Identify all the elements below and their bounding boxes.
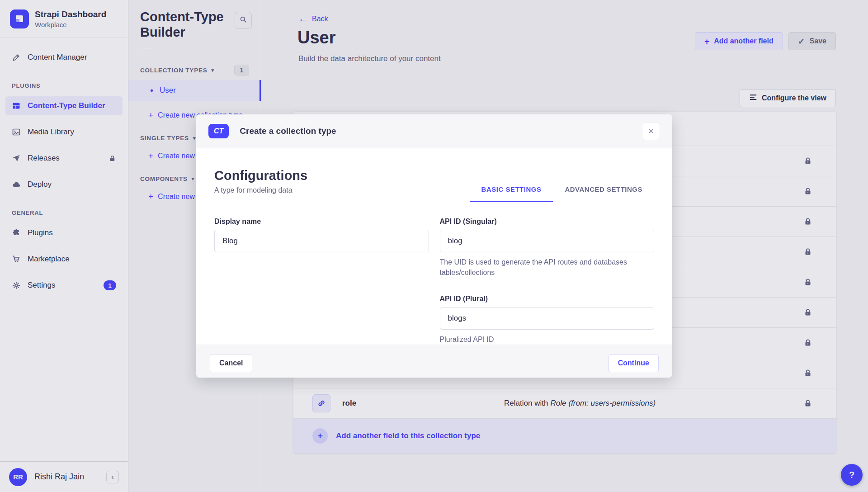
close-icon: ✕ <box>648 127 654 136</box>
tab-basic-settings[interactable]: BASIC SETTINGS <box>470 185 553 202</box>
modal-title: Create a collection type <box>240 126 336 136</box>
button-label: Cancel <box>219 359 243 367</box>
api-id-plural-input[interactable] <box>440 307 655 330</box>
api-id-singular-label: API ID (Singular) <box>440 218 655 226</box>
create-collection-type-modal: CT Create a collection type ✕ Configurat… <box>196 114 672 378</box>
configurations-heading: Configurations <box>214 168 307 183</box>
api-id-singular-helper: The UID is used to generate the API rout… <box>440 257 655 278</box>
configurations-header: Configurations A type for modeling data … <box>214 168 654 202</box>
cancel-button[interactable]: Cancel <box>210 354 252 372</box>
collection-type-form: Display name API ID (Singular) The UID i… <box>214 218 654 345</box>
modal-footer: Cancel Continue <box>196 345 672 378</box>
modal-header: CT Create a collection type ✕ <box>196 114 672 148</box>
display-name-input[interactable] <box>214 230 429 252</box>
display-name-label: Display name <box>214 218 429 226</box>
button-label: Continue <box>618 359 649 367</box>
tab-advanced-settings[interactable]: ADVANCED SETTINGS <box>553 185 654 202</box>
continue-button[interactable]: Continue <box>609 354 659 372</box>
settings-tabs: BASIC SETTINGS ADVANCED SETTINGS <box>470 185 654 202</box>
api-id-plural-helper: Pluralized API ID <box>440 334 655 345</box>
configurations-subheading: A type for modeling data <box>214 186 307 194</box>
ct-badge: CT <box>208 124 229 138</box>
display-name-group: Display name <box>214 218 429 345</box>
api-id-group: API ID (Singular) The UID is used to gen… <box>440 218 655 345</box>
close-button[interactable]: ✕ <box>642 122 660 140</box>
configurations-heading-block: Configurations A type for modeling data <box>214 168 307 202</box>
api-id-plural-label: API ID (Plural) <box>440 295 655 303</box>
modal-body: Configurations A type for modeling data … <box>196 148 672 345</box>
api-id-singular-input[interactable] <box>440 230 655 252</box>
app-window: Strapi Dashboard Workplace Content Manag… <box>0 0 868 492</box>
